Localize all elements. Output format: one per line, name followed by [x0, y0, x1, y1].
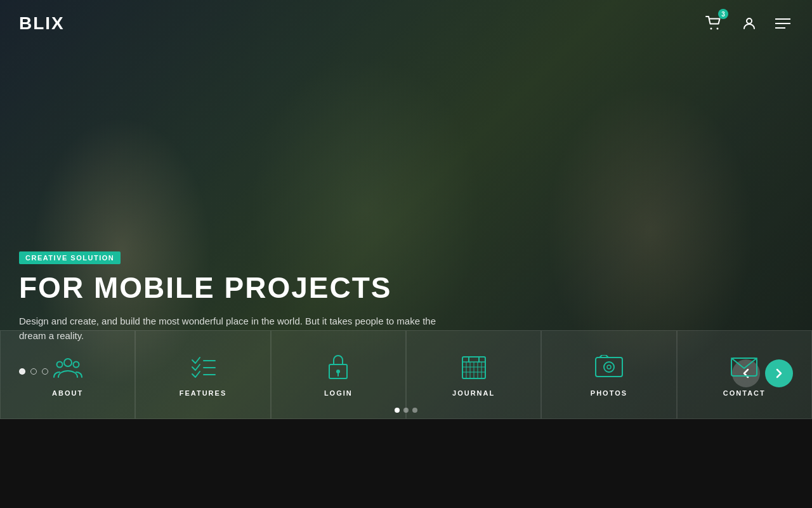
svg-rect-23 [596, 358, 622, 377]
tile-journal[interactable]: JOURNAL [406, 330, 541, 419]
photos-icon [594, 352, 624, 382]
svg-point-4 [56, 362, 62, 368]
site-logo[interactable]: BLIX [19, 13, 65, 34]
svg-point-5 [73, 362, 79, 368]
header: BLIX 3 [0, 0, 812, 47]
cart-button[interactable]: 3 [702, 11, 726, 36]
svg-point-0 [710, 28, 712, 30]
cart-icon [705, 16, 722, 31]
menu-button[interactable] [773, 16, 793, 31]
header-icons: 3 [702, 11, 793, 36]
hero-section: BLIX 3 C [0, 0, 812, 419]
about-icon [53, 352, 82, 382]
svg-point-25 [607, 365, 611, 369]
svg-point-24 [604, 362, 614, 372]
tile-journal-label: JOURNAL [452, 389, 495, 397]
contact-icon [730, 352, 759, 382]
hero-title: FOR MOBILE PROJECTS [19, 272, 450, 304]
features-icon [188, 352, 218, 382]
cart-badge: 3 [718, 9, 728, 19]
tile-photos[interactable]: PHOTOS [541, 330, 676, 419]
svg-point-1 [717, 28, 719, 30]
user-icon [742, 16, 757, 31]
hero-tag: CREATIVE SOLUTION [19, 251, 121, 264]
svg-point-3 [64, 359, 72, 366]
tile-features-label: FEATURES [180, 389, 226, 397]
tile-about-label: ABOUT [52, 389, 83, 397]
tile-contact[interactable]: CONTACT [677, 330, 812, 419]
hero-content: CREATIVE SOLUTION FOR MOBILE PROJECTS De… [19, 251, 450, 343]
login-icon [324, 352, 353, 382]
user-button[interactable] [737, 11, 761, 36]
tile-photos-label: PHOTOS [591, 389, 627, 397]
bottom-tiles: ABOUT FEATURES [0, 330, 812, 419]
svg-point-2 [747, 18, 752, 23]
tile-login[interactable]: LOGIN [271, 330, 406, 419]
tile-contact-label: CONTACT [723, 389, 766, 397]
journal-icon [459, 352, 488, 382]
tile-login-label: LOGIN [324, 389, 353, 397]
tile-features[interactable]: FEATURES [135, 330, 270, 419]
tile-about[interactable]: ABOUT [0, 330, 135, 419]
